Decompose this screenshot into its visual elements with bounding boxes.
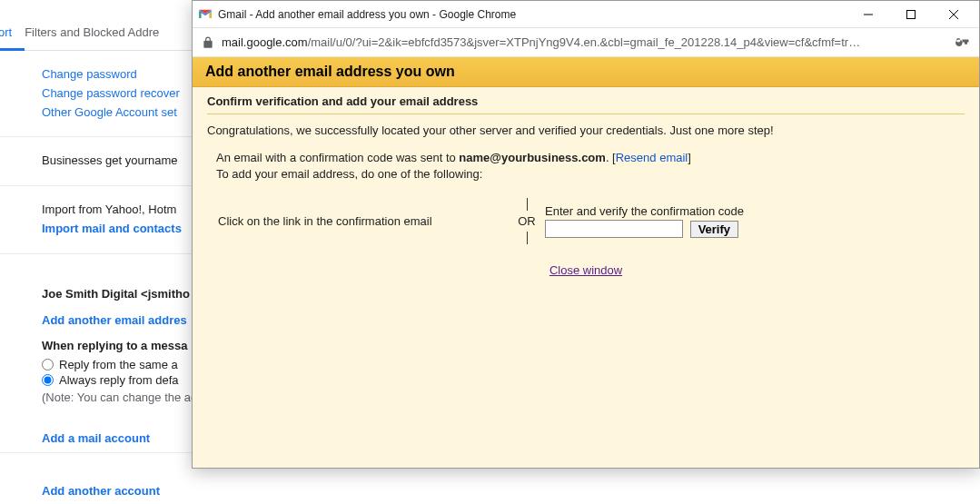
resend-email-link[interactable]: Resend email	[616, 151, 688, 164]
congrats-message: Congratulations, we successfully located…	[207, 124, 965, 137]
enter-verify-label: Enter and verify the confirmation code	[545, 204, 965, 218]
url-path: /mail/u/0/?ui=2&ik=ebfcfd3573&jsver=XTPn…	[308, 35, 860, 49]
window-controls	[847, 2, 974, 27]
email-sent-prefix: An email with a confirmation code was se…	[216, 151, 459, 164]
dialog-subtitle: Confirm verification and add your email …	[207, 94, 965, 114]
confirmation-code-input[interactable]	[545, 220, 683, 238]
popup-window: Gmail - Add another email address you ow…	[192, 0, 980, 469]
svg-rect-0	[906, 10, 915, 18]
url-host: mail.google.com	[222, 35, 308, 49]
click-link-instruction: Click on the link in the confirmation em…	[218, 214, 509, 228]
window-title: Gmail - Add another email address you ow…	[218, 8, 847, 21]
minimize-button[interactable]	[847, 2, 888, 27]
verify-row: Click on the link in the confirmation em…	[218, 204, 965, 238]
verify-button[interactable]: Verify	[690, 221, 738, 238]
link-add-another-account[interactable]: Add another account	[42, 468, 160, 498]
close-button[interactable]	[933, 2, 974, 27]
tab-filters-blocked[interactable]: Filters and Blocked Addre	[25, 25, 172, 50]
radio-always-default-label: Always reply from defa	[59, 373, 179, 387]
maximize-button[interactable]	[890, 2, 931, 27]
radio-reply-same[interactable]	[42, 359, 54, 371]
dialog-body: Confirm verification and add your email …	[193, 87, 979, 468]
address-bar: mail.google.com/mail/u/0/?ui=2&ik=ebfcfd…	[193, 28, 979, 57]
window-titlebar: Gmail - Add another email address you ow…	[193, 1, 979, 28]
url-display[interactable]: mail.google.com/mail/u/0/?ui=2&ik=ebfcfd…	[222, 35, 946, 49]
dialog-header: Add another email address you own	[193, 57, 979, 87]
email-sent-address: name@yourbusiness.com	[459, 151, 606, 164]
verify-code-block: Enter and verify the confirmation code V…	[545, 204, 965, 238]
saved-password-icon[interactable]	[954, 33, 970, 52]
link-add-mail-account[interactable]: Add a mail account	[42, 422, 150, 445]
tab-accounts-import[interactable]: ort	[0, 25, 25, 51]
gmail-favicon	[198, 7, 213, 22]
radio-always-default[interactable]	[42, 374, 54, 386]
resend-bracket-close: ]	[688, 151, 691, 164]
to-add-instruction: To add your email address, do one of the…	[216, 167, 482, 181]
close-window-link[interactable]: Close window	[207, 263, 965, 277]
lock-icon	[202, 36, 214, 49]
or-separator: OR	[509, 214, 545, 228]
instruction-block: An email with a confirmation code was se…	[216, 150, 965, 183]
radio-reply-same-label: Reply from the same a	[59, 358, 178, 371]
